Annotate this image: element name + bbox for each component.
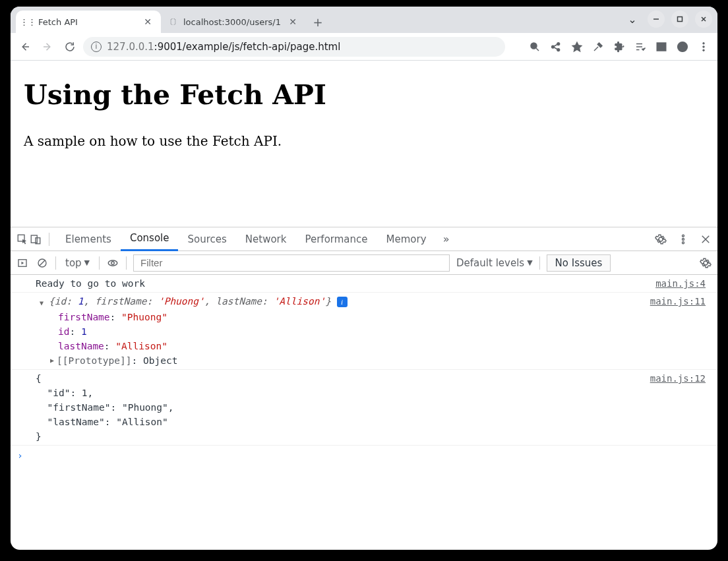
console-line: {id: 1, firstName: 'Phuong', lastName: '…: [11, 293, 717, 310]
console-settings-icon[interactable]: [699, 256, 712, 270]
clear-console-icon[interactable]: [36, 256, 49, 270]
live-expression-icon[interactable]: [106, 256, 119, 270]
menu-icon[interactable]: [695, 38, 712, 55]
page-paragraph: A sample on how to use the Fetch API.: [24, 133, 704, 149]
svg-rect-27: [31, 235, 37, 243]
log-object-summary[interactable]: {id: 1, firstName: 'Phuong', lastName: '…: [26, 294, 650, 309]
object-prototype[interactable]: [[Prototype]]: Object: [11, 353, 717, 370]
tab-title: localhost:3000/users/1: [183, 17, 281, 27]
sidepanel-icon[interactable]: [653, 38, 670, 55]
source-link[interactable]: main.js:4: [655, 276, 706, 291]
object-property: id: 1: [11, 324, 717, 339]
kebab-icon[interactable]: [677, 233, 690, 246]
close-icon[interactable]: ✕: [141, 15, 154, 28]
svg-point-23: [703, 42, 705, 44]
console-filter[interactable]: [133, 254, 450, 272]
minimize-button[interactable]: [648, 11, 665, 28]
maximize-button[interactable]: [671, 11, 688, 28]
toggle-icon[interactable]: [40, 296, 44, 310]
object-property: firstName: "Phuong": [11, 310, 717, 324]
zoom-icon[interactable]: [526, 38, 543, 55]
window-controls: ⌄: [624, 11, 712, 28]
reading-list-icon[interactable]: [632, 38, 649, 55]
close-window-button[interactable]: [695, 11, 712, 28]
svg-point-24: [703, 45, 705, 47]
site-info-icon[interactable]: i: [91, 42, 102, 52]
inspect-icon[interactable]: [16, 233, 29, 246]
profile-icon[interactable]: [674, 38, 691, 55]
console-output: Ready to go to work main.js:4 {id: 1, fi…: [11, 275, 717, 465]
devtools-tab-elements[interactable]: Elements: [56, 227, 121, 251]
devtools-tab-sources[interactable]: Sources: [178, 227, 235, 251]
filter-input[interactable]: [139, 256, 444, 269]
toggle-sidebar-icon[interactable]: [16, 256, 29, 270]
tab-title: Fetch API: [38, 17, 78, 27]
source-link[interactable]: main.js:12: [650, 371, 706, 444]
console-prompt[interactable]: ›: [11, 446, 717, 465]
share-icon[interactable]: [547, 38, 564, 55]
svg-line-37: [40, 260, 45, 266]
devtools-close-icon[interactable]: [699, 233, 712, 246]
devtools-tabstrip: Elements Console Sources Network Perform…: [11, 227, 717, 251]
tab-1[interactable]: 〔〕 localhost:3000/users/1 ✕: [161, 11, 306, 33]
devtools-tab-memory[interactable]: Memory: [377, 227, 436, 251]
svg-point-39: [111, 261, 115, 264]
eyedropper-icon[interactable]: [590, 38, 607, 55]
svg-line-14: [554, 47, 557, 49]
console-line: Ready to go to work main.js:4: [11, 275, 717, 293]
object-property: lastName: "Allison": [11, 339, 717, 353]
new-tab-button[interactable]: +: [309, 13, 327, 31]
page-heading: Using the Fetch API: [24, 79, 704, 111]
svg-line-13: [554, 44, 557, 46]
tab-strip: ⋮⋮ Fetch API ✕ 〔〕 localhost:3000/users/1…: [11, 7, 717, 33]
svg-rect-19: [657, 43, 666, 51]
svg-point-31: [682, 241, 684, 243]
devtools: Elements Console Sources Network Perform…: [11, 227, 717, 465]
url-host: 127.0.0.1: [107, 41, 154, 53]
more-tabs-icon[interactable]: »: [440, 233, 453, 246]
svg-line-7: [536, 48, 539, 51]
devtools-tab-performance[interactable]: Performance: [295, 227, 377, 251]
issues-button[interactable]: No Issues: [547, 254, 611, 272]
close-icon[interactable]: ✕: [286, 15, 299, 28]
context-selector[interactable]: top▼: [63, 257, 92, 269]
svg-point-30: [682, 238, 684, 240]
reload-button[interactable]: [61, 38, 79, 56]
address-bar[interactable]: i 127.0.0.1:9001/example/js/fetch-api/pa…: [83, 37, 505, 57]
browser-toolbar: i 127.0.0.1:9001/example/js/fetch-api/pa…: [11, 33, 717, 61]
page-content: Using the Fetch API A sample on how to u…: [11, 61, 717, 227]
devtools-tab-network[interactable]: Network: [236, 227, 296, 251]
browser-window: ⋮⋮ Fetch API ✕ 〔〕 localhost:3000/users/1…: [11, 7, 717, 550]
back-button[interactable]: [16, 38, 34, 56]
devtools-tab-console[interactable]: Console: [121, 227, 179, 251]
tab-0[interactable]: ⋮⋮ Fetch API ✕: [16, 11, 161, 33]
log-message: Ready to go to work: [26, 276, 655, 291]
log-levels[interactable]: Default levels ▼: [456, 257, 533, 269]
svg-marker-35: [22, 261, 24, 264]
source-link[interactable]: main.js:11: [650, 294, 706, 309]
tab-search-button[interactable]: ⌄: [624, 11, 641, 28]
svg-point-29: [682, 235, 684, 237]
forward-button[interactable]: [38, 38, 57, 56]
extensions-icon[interactable]: [611, 38, 628, 55]
svg-marker-15: [572, 42, 582, 51]
device-toggle-icon[interactable]: [29, 233, 42, 246]
svg-rect-1: [678, 17, 682, 22]
favicon-0: ⋮⋮: [22, 16, 33, 27]
url-path: :9001/example/js/fetch-api/page.html: [154, 41, 341, 53]
console-toolbar: top▼ Default levels ▼ No Issues: [11, 251, 717, 275]
info-icon[interactable]: i: [337, 297, 348, 307]
svg-point-22: [681, 44, 684, 47]
toggle-icon[interactable]: [50, 353, 54, 368]
bookmark-icon[interactable]: [568, 38, 586, 55]
settings-icon[interactable]: [654, 233, 667, 246]
favicon-1: 〔〕: [167, 16, 178, 27]
console-line: { "id": 1, "firstName": "Phuong", "lastN…: [11, 370, 717, 446]
svg-point-25: [703, 49, 705, 51]
log-json: { "id": 1, "firstName": "Phuong", "lastN…: [26, 371, 650, 444]
